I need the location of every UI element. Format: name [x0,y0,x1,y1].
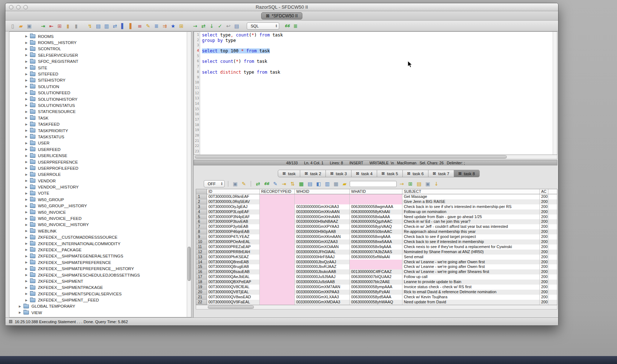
cell-ac[interactable]: 200 [540,214,548,220]
code-line[interactable] [202,149,557,155]
tree-item-sitehistory[interactable]: ▶SITEHISTORY [9,77,187,83]
code-line[interactable] [202,86,557,91]
row-number-cell[interactable]: 9 [196,234,207,239]
cell-whoid[interactable]: 0033000000JbukoAAB [295,269,350,274]
tree-item-userlicense[interactable]: ▶USERLICENSE [9,152,187,159]
cell-recordtypeid[interactable] [260,280,295,285]
cell-recordtypeid[interactable] [260,219,295,224]
row-number-cell[interactable]: 15 [196,264,207,269]
table-row[interactable]: 1100T3000000PREZaEAP0033000000GmXOiAAN00… [196,244,557,250]
table-row[interactable]: 400T3000000P3LopEAF0033000000GmXKnAAN006… [196,209,557,214]
cell-recordtypeid[interactable] [260,255,295,260]
cell-whoid[interactable]: 0033000000JFhGlAAL [295,250,350,255]
cell-subject[interactable]: Follow-up on nomination [402,209,540,214]
cell-recordtypeid[interactable] [260,239,295,244]
table-row[interactable]: 1700T3000000QAeJbEAL0033000000Ju9J9AAJ00… [196,274,557,280]
cell-subject[interactable]: Follow up call [402,274,540,280]
table-star-icon[interactable]: ⊞ [178,22,185,30]
close-tab-icon[interactable]: ⊠ [407,171,410,176]
disclosure-triangle-icon[interactable]: ▶ [25,148,28,151]
disclosure-triangle-icon[interactable]: ▶ [25,47,28,51]
tree-item-vendor[interactable]: ▶VENDOR [9,178,187,184]
cell-ac[interactable]: 200 [540,194,548,199]
cell-recordtypeid[interactable] [260,229,295,234]
code-line[interactable] [202,101,557,107]
result-tab-task[interactable]: ⊠task [278,170,300,177]
table-row[interactable]: 1900T3000000QV8CfEAL0033000000GmXM7AAN00… [196,285,557,290]
row-number-cell[interactable]: 16 [196,269,207,274]
cell-subject[interactable]: Invoice status check - check w/ RS first [402,285,540,290]
new-file-icon[interactable]: ▯ [9,22,16,30]
highlighter-icon[interactable]: ▰ [341,180,348,187]
disclosure-triangle-icon[interactable]: ▶ [25,123,28,126]
sort-rows-icon[interactable]: ⇅ [289,180,296,187]
cell-whatid[interactable]: 00630000005S0bnAAC [350,229,402,234]
cell-ac[interactable]: 200 [540,244,548,250]
cell-ac[interactable]: 200 [540,260,548,265]
tree-item-zkfedex__shipmategeneralsettings[interactable]: ▶ZKFEDEX__SHIPMATEGENERALSETTINGS [9,253,187,259]
save-results-icon[interactable]: ▣ [232,180,239,187]
cell-whatid[interactable] [350,264,402,269]
cell-ac[interactable]: 200 [540,264,548,269]
code-line[interactable] [202,43,557,48]
cell-recordtypeid[interactable] [260,260,295,265]
row-number-cell[interactable]: 2 [196,199,207,204]
cell-whatid[interactable]: 006300000058ypVAAQ [350,224,402,229]
cell-subject[interactable]: Check back in to see if she's interested… [402,204,540,209]
disclosure-triangle-icon[interactable]: ▶ [25,53,28,57]
disclosure-triangle-icon[interactable]: ▶ [25,192,28,195]
cell-whoid[interactable]: 0033000000HirF8AAJ [295,255,350,260]
cell-ac[interactable]: 200 [540,274,548,280]
book-orange-icon[interactable]: ▌ [128,22,135,30]
code-line[interactable] [202,91,557,96]
result-tab-task-6[interactable]: ⊠task 6 [403,170,428,177]
tree-item-vote[interactable]: ▶VOTE [9,190,187,196]
cell-ac[interactable]: 200 [540,224,548,229]
disclosure-triangle-icon[interactable]: ▶ [25,142,28,145]
editor-hscrollbar[interactable] [194,155,557,159]
cell-id[interactable]: 00T3000000P3yrbEAB [207,224,260,229]
cell-whoid[interactable]: 0033000000GmXIZAA3 [295,239,350,244]
code-line[interactable] [202,133,557,139]
tree-item-scontrol[interactable]: ▶SCONTROL [9,46,187,52]
code-line[interactable] [202,54,557,59]
cell-subject[interactable]: Leanne to provide update to Bain [402,280,540,285]
tree-item-vendor__history[interactable]: ▶VENDOR__HISTORY [9,184,187,190]
table-row[interactable]: 100T3000000L0RknEAFGet Massage200 [196,194,557,199]
copy-results-icon[interactable]: ▥ [324,180,331,187]
disclosure-triangle-icon[interactable]: ▶ [25,73,28,76]
cell-subject[interactable]: Check back to see if interested in membe… [402,239,540,244]
tree-item-w50_invoice__feed[interactable]: ▶W50_INVOICE__FEED [9,215,187,221]
tree-item-w50_invoice[interactable]: ▶W50_INVOICE [9,209,187,215]
tree-item-zkfedex__shipmentspecialservices[interactable]: ▶ZKFEDEX__SHIPMENTSPECIALSERVICES [9,291,187,297]
cell-whoid[interactable]: 0033000000GmXOiAAN [295,244,350,250]
edit-sql-icon[interactable]: ✎ [240,180,247,187]
disclosure-triangle-icon[interactable]: ▶ [25,66,28,69]
cell-whoid[interactable]: 0033000000GmXPYAA3 [295,224,350,229]
row-number-cell[interactable]: 12 [196,250,207,255]
row-number-cell[interactable]: 13 [196,255,207,260]
tree-item-w50_invoice__history[interactable]: ▶W50_INVOICE__HISTORY [9,222,187,228]
cell-recordtypeid[interactable] [260,204,295,209]
tree-item-taskpriority[interactable]: ▶TASKPRIORITY [9,127,187,134]
cell-whatid[interactable]: 00630000007bIQUAA2 [350,274,402,280]
table-row[interactable]: 700T3000000P3yrbEAB0033000000GmXPYAA3006… [196,224,557,229]
db-object-icon[interactable]: ▮ [64,22,72,30]
cell-id[interactable]: 00T3000000QV8wsEAD [207,295,260,300]
tree-item-global temporary[interactable]: ▶GLOBAL TEMPORARY [9,303,187,309]
cell-whoid[interactable]: 0033000000GmXLXAA3 [295,295,350,300]
cell-id[interactable]: 00T3000000P3tuvEAB [207,219,260,224]
list-sync-icon[interactable]: ≣ [153,22,160,30]
cell-recordtypeid[interactable] [260,224,295,229]
disclosure-triangle-icon[interactable]: ▶ [25,160,28,164]
cell-whoid[interactable]: 0033000000GmXMDAA3 [295,300,350,305]
find-next-icon[interactable]: → [398,180,405,187]
disconnect-icon[interactable]: ⇤ [48,22,55,30]
go-forward-icon[interactable]: → [191,22,199,30]
table-row[interactable]: 800T3000000P46qnEAB0033000000H9i0pAAB006… [196,229,557,234]
results-search-input[interactable] [350,181,397,187]
disclosure-triangle-icon[interactable]: ▶ [25,186,28,189]
cell-recordtypeid[interactable] [260,234,295,239]
tree-item-w50_group[interactable]: ▶W50_GROUP [9,196,187,203]
row-number-cell[interactable]: 20 [196,290,207,295]
